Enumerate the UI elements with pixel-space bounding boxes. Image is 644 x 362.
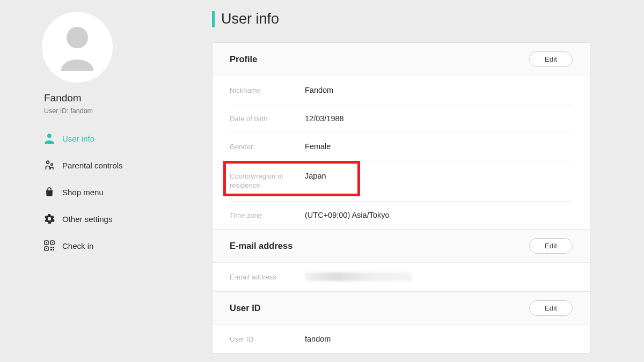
edit-email-button[interactable]: Edit bbox=[529, 238, 573, 254]
svg-point-2 bbox=[47, 161, 49, 164]
sidebar-item-user-info[interactable]: User info bbox=[44, 133, 148, 144]
family-icon bbox=[44, 160, 55, 171]
row-value: Female bbox=[305, 142, 331, 152]
row-email: E-mail address bbox=[213, 263, 590, 291]
userid-rows: User ID fandom bbox=[213, 325, 590, 353]
row-label: E-mail address bbox=[230, 272, 305, 282]
sidebar-item-label: User info bbox=[62, 134, 94, 143]
row-label: Date of birth bbox=[230, 114, 305, 124]
section-head-userid: User ID Edit bbox=[213, 291, 590, 325]
row-nickname: Nickname Fandom bbox=[213, 76, 590, 105]
profile-rows: Nickname Fandom Date of birth 12/03/1988… bbox=[213, 76, 590, 229]
row-value: Fandom bbox=[305, 86, 333, 95]
svg-rect-12 bbox=[50, 249, 52, 250]
qr-icon bbox=[44, 240, 55, 251]
svg-rect-13 bbox=[53, 249, 54, 250]
avatar-placeholder-icon bbox=[55, 24, 100, 71]
svg-point-3 bbox=[51, 164, 53, 166]
svg-point-0 bbox=[67, 27, 88, 48]
settings-card: Profile Edit Nickname Fandom Date of bir… bbox=[212, 42, 590, 353]
svg-rect-7 bbox=[52, 242, 53, 243]
row-label: Gender bbox=[230, 142, 305, 152]
svg-rect-9 bbox=[46, 248, 47, 249]
sidebar-item-shop-menu[interactable]: Shop menu bbox=[44, 187, 148, 197]
row-userid: User ID fandom bbox=[213, 325, 590, 353]
row-value: Japan bbox=[305, 172, 326, 190]
section-head-profile: Profile Edit bbox=[213, 43, 590, 76]
svg-rect-5 bbox=[46, 242, 47, 243]
section-head-email: E-mail address Edit bbox=[213, 229, 590, 263]
sidebar-item-label: Shop menu bbox=[62, 188, 104, 197]
edit-userid-button[interactable]: Edit bbox=[529, 300, 573, 316]
avatar bbox=[42, 12, 113, 83]
sidebar-item-label: Parental controls bbox=[62, 161, 123, 170]
page-title-wrap: User info bbox=[212, 11, 590, 27]
user-icon bbox=[44, 133, 55, 144]
sidebar-item-parental-controls[interactable]: Parental controls bbox=[44, 160, 148, 171]
row-gender: Gender Female bbox=[213, 132, 590, 161]
email-rows: E-mail address bbox=[213, 263, 590, 291]
sidebar-user-id: User ID: fandom bbox=[44, 107, 148, 115]
row-timezone: Time zone (UTC+09:00) Asia/Tokyo bbox=[213, 201, 590, 230]
section-title-userid: User ID bbox=[230, 303, 261, 313]
page-title: User info bbox=[221, 11, 279, 27]
sidebar-item-other-settings[interactable]: Other settings bbox=[44, 213, 148, 224]
title-accent-bar bbox=[212, 11, 215, 27]
sidebar-item-label: Check in bbox=[62, 241, 93, 250]
svg-point-1 bbox=[47, 134, 51, 138]
sidebar: Fandom User ID: fandom User info Parenta… bbox=[0, 0, 148, 362]
sidebar-item-check-in[interactable]: Check in bbox=[44, 240, 148, 251]
svg-rect-10 bbox=[50, 247, 52, 248]
row-value: fandom bbox=[305, 335, 331, 344]
sidebar-nav: User info Parental controls Shop menu Ot… bbox=[44, 133, 148, 251]
row-label: User ID bbox=[230, 335, 305, 344]
section-title-email: E-mail address bbox=[230, 241, 292, 251]
sidebar-display-name: Fandom bbox=[44, 92, 148, 104]
row-value: (UTC+09:00) Asia/Tokyo bbox=[305, 211, 390, 220]
gear-icon bbox=[44, 213, 55, 224]
main-content: User info Profile Edit Nickname Fandom D… bbox=[148, 0, 644, 362]
row-value: 12/03/1988 bbox=[305, 114, 344, 124]
redacted-text bbox=[305, 272, 412, 281]
row-label: Nickname bbox=[230, 86, 305, 95]
svg-rect-11 bbox=[53, 247, 54, 248]
row-value-redacted bbox=[305, 272, 412, 282]
sidebar-item-label: Other settings bbox=[62, 215, 112, 224]
shopping-bag-icon bbox=[44, 187, 55, 197]
row-label: Country/region of residence bbox=[230, 172, 305, 190]
edit-profile-button[interactable]: Edit bbox=[529, 51, 573, 67]
row-country: Country/region of residence Japan bbox=[213, 161, 590, 201]
row-label: Time zone bbox=[230, 211, 305, 220]
section-title-profile: Profile bbox=[230, 54, 257, 64]
row-dob: Date of birth 12/03/1988 bbox=[213, 105, 590, 133]
